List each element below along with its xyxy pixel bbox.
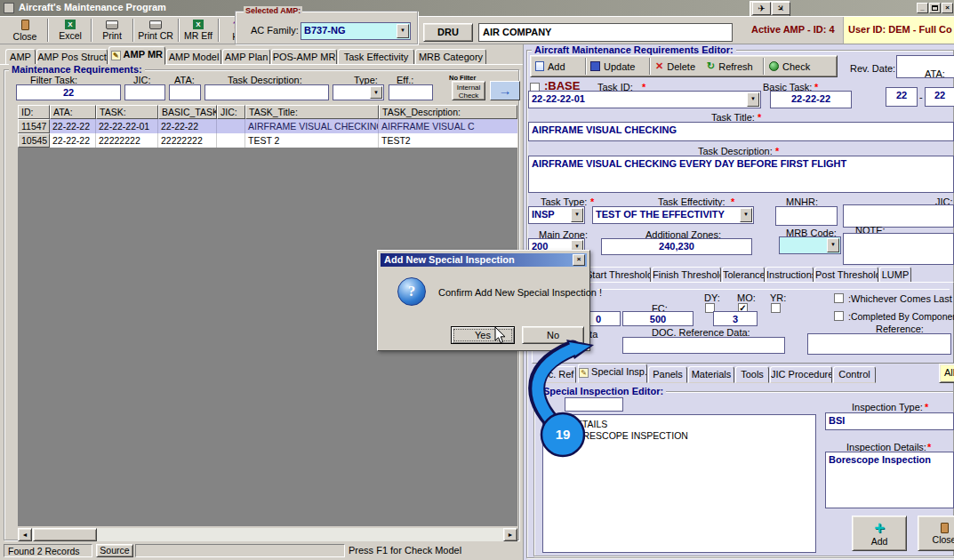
ata-field-2[interactable]: 22: [925, 87, 954, 107]
tab-post-threshold[interactable]: Post Threshold: [814, 267, 878, 283]
task-desc-field[interactable]: AIRFRAME VISUAL CHECKING EVERY DAY BEFOR…: [528, 156, 954, 193]
basic-task-field[interactable]: 22-22-22: [770, 91, 852, 108]
editor-delete-button[interactable]: ✕Delete: [655, 59, 707, 74]
tab-amp-mr-active[interactable]: ✎ AMP MR: [108, 46, 165, 65]
combo-arrow-icon[interactable]: ▼: [397, 24, 409, 38]
minimize-button[interactable]: _: [917, 3, 928, 13]
plane-button-1[interactable]: ✈: [752, 2, 771, 15]
col-header-jic[interactable]: JIC:: [217, 105, 245, 119]
source-button[interactable]: Source: [96, 544, 133, 557]
internal-check-button[interactable]: InternalCheck: [452, 81, 485, 100]
ac-family-combo[interactable]: B737-NG▼: [301, 22, 411, 40]
combo-arrow-icon[interactable]: ▼: [571, 208, 583, 222]
close-button[interactable]: Close: [5, 18, 44, 43]
filter-eff-input[interactable]: [389, 84, 433, 100]
tab-jic-procedure[interactable]: JIC Procedure: [770, 366, 832, 383]
plane-button-2[interactable]: ✈: [772, 2, 790, 15]
tab-panels[interactable]: Panels: [648, 366, 687, 383]
mr-eff-button[interactable]: XMR Eff: [180, 18, 216, 43]
special-close-button[interactable]: Close: [918, 516, 954, 551]
tab-materials[interactable]: Materials: [688, 366, 734, 383]
task-type-combo[interactable]: INSP▼: [528, 206, 585, 224]
col-header-id[interactable]: ID:: [18, 105, 50, 119]
toolbar-separator: [649, 58, 651, 75]
editor-refresh-button[interactable]: ↻Refresh: [707, 59, 762, 74]
company-field[interactable]: AIR COMPANY: [478, 23, 733, 42]
print-button[interactable]: Print: [93, 18, 131, 43]
filter-jic-input[interactable]: [124, 84, 165, 100]
excel-button[interactable]: XExcel: [51, 18, 90, 43]
tab-amp[interactable]: AMP: [5, 49, 36, 65]
effectivity-combo[interactable]: TEST OF THE EFFECTIVITY▼: [592, 206, 754, 224]
tab-start-threshold[interactable]: Start Threshold: [585, 267, 651, 283]
tab-pos-amp-mr[interactable]: POS-AMP MR: [271, 49, 337, 65]
callout-number: 19: [556, 427, 571, 442]
combo-arrow-icon[interactable]: ▼: [740, 208, 752, 222]
col-header-task-description[interactable]: TASK_Description:: [379, 105, 517, 119]
toolbar-separator: [585, 58, 587, 75]
task-title-field[interactable]: AIRFRAME VISUAL CHECKING: [528, 122, 954, 141]
close-window-button[interactable]: ×: [942, 3, 953, 13]
print-cr-button[interactable]: Print CR: [135, 18, 176, 43]
tab-tolerance[interactable]: Tolerance: [722, 267, 765, 283]
active-amp-label: Active AMP - ID: 4: [751, 24, 835, 35]
task-title-value: AIRFRAME VISUAL CHECKING: [532, 124, 677, 135]
ata-field-1[interactable]: 22: [886, 87, 918, 107]
combo-arrow-icon[interactable]: ▼: [827, 238, 839, 252]
editor-update-button[interactable]: Update: [590, 59, 645, 74]
whichever-checkbox[interactable]: [834, 293, 844, 303]
add-zones-field[interactable]: 240,230: [601, 238, 752, 255]
filter-desc-input[interactable]: [204, 84, 329, 100]
inspection-type-field[interactable]: BSI: [825, 412, 954, 430]
task-id-combo[interactable]: 22-22-22-01▼: [528, 91, 761, 108]
combo-arrow-icon[interactable]: ▼: [370, 86, 382, 99]
scroll-left-button[interactable]: ◄: [18, 528, 32, 541]
combo-arrow-icon[interactable]: ▼: [747, 92, 759, 107]
filter-task-input[interactable]: 22: [16, 84, 121, 100]
dialog-close-button[interactable]: ×: [573, 254, 585, 266]
doc-ref-field[interactable]: [622, 337, 785, 354]
cell-task: 22222222: [96, 133, 158, 148]
tab-amp-plan[interactable]: AMP Plan: [222, 49, 270, 65]
restore-icon: [932, 5, 938, 11]
row-header-cell[interactable]: 11547: [18, 119, 50, 133]
restore-button[interactable]: [929, 3, 941, 13]
tab-amp-model[interactable]: AMP Model: [166, 49, 221, 65]
col-header-task-title[interactable]: TASK_Title:: [245, 105, 379, 119]
scroll-right-button[interactable]: ►: [503, 528, 517, 541]
tab-instructions[interactable]: Instructions: [766, 267, 814, 283]
editor-add-button[interactable]: Add: [535, 59, 583, 74]
filter-type-combo[interactable]: ▼: [333, 84, 384, 100]
completed-checkbox[interactable]: [834, 311, 844, 321]
mr-eff-button-label: MR Eff: [184, 30, 212, 41]
tab-lump[interactable]: LUMP: [879, 267, 911, 283]
go-filter-button[interactable]: →: [490, 81, 520, 100]
mnhr-field[interactable]: [775, 206, 838, 226]
tab-tools[interactable]: Tools: [735, 366, 769, 383]
tab-control[interactable]: Control: [833, 366, 876, 383]
col-header-task[interactable]: TASK:: [96, 105, 158, 119]
fc-field[interactable]: 500: [622, 311, 693, 326]
mo-field[interactable]: 3: [713, 311, 758, 326]
yr-checkbox[interactable]: [771, 303, 781, 313]
dialog-title-bar[interactable]: Add New Special Inspection: [381, 253, 587, 267]
reference-field[interactable]: [807, 333, 951, 355]
all-button[interactable]: All: [939, 364, 954, 383]
filter-ata-input[interactable]: [169, 84, 201, 100]
tab-amp-pos-struct[interactable]: AMP Pos Struct: [36, 49, 108, 65]
row-header-cell[interactable]: 10545: [18, 133, 50, 148]
scrollbar-thumb[interactable]: [33, 528, 97, 541]
editor-update-label: Update: [604, 61, 635, 72]
minimize-icon: _: [920, 4, 924, 12]
inspection-details-field[interactable]: Borescope Inspection: [825, 452, 954, 508]
tab-mrb-category[interactable]: MRB Category: [415, 49, 486, 65]
tab-finish-threshold[interactable]: Finish Threshold: [652, 267, 721, 283]
editor-check-button[interactable]: Check: [769, 59, 821, 74]
mrb-code-combo[interactable]: ▼: [779, 236, 841, 254]
note-field[interactable]: [843, 233, 954, 265]
tab-task-effectivity[interactable]: Task Effectivity: [338, 49, 414, 65]
col-header-basic-task[interactable]: BASIC_TASK:: [158, 105, 217, 119]
special-add-button[interactable]: +Add: [852, 516, 907, 551]
col-header-ata[interactable]: ATA:: [50, 105, 96, 119]
dru-button[interactable]: DRU: [423, 23, 473, 42]
